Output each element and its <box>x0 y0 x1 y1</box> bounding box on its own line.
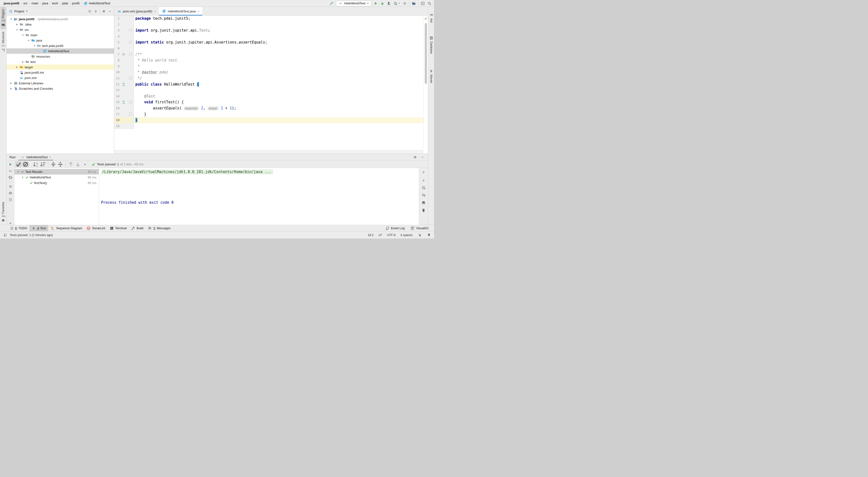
collapse-all-button[interactable] <box>93 9 98 13</box>
code-editor[interactable]: 1 package tech.pdai.junit5; 2 3 import o… <box>114 15 424 150</box>
clear-all-button[interactable] <box>421 208 426 212</box>
console-command-line[interactable]: /Library/Java/JavaVirtualMachines/jdk1.8… <box>101 169 273 174</box>
code-line-6[interactable]: 6 <box>114 45 424 52</box>
toolwindow-button-sequencediagram[interactable]: 1Sequence Diagram <box>48 225 84 231</box>
show-ignored-button[interactable] <box>22 162 29 167</box>
tree-item-resources[interactable]: resources <box>7 54 114 59</box>
code-line-17[interactable]: 17 } <box>114 111 424 117</box>
file-encoding[interactable]: UTF-8 <box>387 233 396 237</box>
breadcrumb-item[interactable]: java-junit5 <box>2 1 21 5</box>
fold-minus-icon[interactable] <box>128 52 133 57</box>
code-line-14[interactable]: 14 @Test <box>114 93 424 99</box>
coverage-button[interactable] <box>387 1 391 6</box>
soft-wrap-button[interactable] <box>421 185 426 190</box>
run-console[interactable]: /Library/Java/JavaVirtualMachines/jdk1.8… <box>99 168 419 225</box>
toolwindow-button-sonarlint[interactable]: SonarLint <box>84 225 107 231</box>
code-line-16[interactable]: 16 assertEquals( expected: 2, actual: 1 … <box>114 105 424 111</box>
tree-toggle-icon[interactable]: ▶ <box>15 66 19 68</box>
collapse-all-button[interactable] <box>57 162 64 167</box>
tree-toggle-icon[interactable]: ▼ <box>15 28 19 31</box>
run-tab[interactable]: HelloWorldTest× <box>18 154 53 161</box>
tree-item-helloworldtest[interactable]: C HelloWorldTest <box>7 48 114 54</box>
code-line-3[interactable]: 3 import org.junit.jupiter.api.Test; <box>114 28 424 34</box>
fold-minus-icon[interactable] <box>128 40 133 45</box>
test-node-helloworldtest[interactable]: ▼HelloWorldTest 65 ms <box>14 175 99 180</box>
toolwindow-button-terminal[interactable]: Terminal <box>107 225 129 231</box>
tree-toggle-icon[interactable]: ▼ <box>9 18 13 21</box>
breadcrumb-item[interactable]: main <box>30 1 39 5</box>
tool-window-switcher-icon[interactable] <box>3 233 7 237</box>
tree-toggle-icon[interactable]: ▶ <box>9 82 13 84</box>
code-line-13[interactable]: 13 <box>114 87 424 93</box>
hide-button[interactable] <box>420 155 425 160</box>
test-node-test-results[interactable]: ▼Test Results 65 ms <box>14 169 99 175</box>
tree-item-target[interactable]: ▶ target <box>7 64 114 70</box>
tree-item--idea[interactable]: ▶ .idea <box>7 22 114 27</box>
caret-position[interactable]: 18:2 <box>368 233 374 237</box>
expand-all-button[interactable] <box>50 162 57 167</box>
toolwindow-button-build[interactable]: Build <box>129 225 146 231</box>
editor-hscrollbar[interactable] <box>114 150 424 154</box>
tree-item-src[interactable]: ▼ src <box>7 27 114 32</box>
sort-by-duration-button[interactable] <box>40 162 46 167</box>
tree-item-tech-pdai-junit5[interactable]: ▼ tech.pdai.junit5 <box>7 43 114 48</box>
statusbar-widget-visualgc[interactable]: VisualGC <box>408 225 431 231</box>
stripe-tab-project[interactable]: 1: Project <box>0 7 6 29</box>
thread-dump-camera-button[interactable] <box>8 191 13 195</box>
gear-button[interactable] <box>413 155 417 160</box>
code-line-2[interactable]: 2 <box>114 22 424 28</box>
close-tab-icon[interactable]: × <box>154 9 156 13</box>
rerun-button[interactable] <box>8 162 13 167</box>
toolwindow-button-messages[interactable]: 0: Messages <box>146 225 173 231</box>
code-line-11[interactable]: 11 */ <box>114 75 424 81</box>
code-line-19[interactable]: 19 <box>114 123 424 129</box>
stop-button[interactable] <box>8 184 13 189</box>
gear-button[interactable] <box>101 9 106 13</box>
scroll-to-end-button[interactable] <box>421 193 426 197</box>
stop-button[interactable] <box>403 1 407 6</box>
code-line-5[interactable]: 5 import static org.junit.jupiter.api.As… <box>114 39 424 45</box>
ide-fatal-errors-icon[interactable] <box>427 233 431 237</box>
next-failed-button[interactable] <box>75 162 81 167</box>
tree-toggle-icon[interactable]: ▼ <box>32 44 37 47</box>
code-line-1[interactable]: 1 package tech.pdai.junit5; <box>114 15 424 22</box>
hide-button[interactable] <box>107 9 112 13</box>
code-line-8[interactable]: 8 * Hello world test. <box>114 57 424 63</box>
code-line-12[interactable]: 12 public class HelloWorldTest { <box>114 81 424 88</box>
run-test-icon[interactable] <box>121 82 126 87</box>
stripe-tab-database[interactable]: Database <box>429 34 434 56</box>
code-line-15[interactable]: 15 void firstTest() { <box>114 99 424 105</box>
stripe-tab-ant[interactable]: Ant <box>429 10 434 25</box>
line-separator[interactable]: LF <box>378 233 382 237</box>
unlock-icon[interactable] <box>417 233 422 237</box>
up-button[interactable] <box>421 170 426 175</box>
print-button[interactable] <box>421 201 426 205</box>
breadcrumb-item[interactable]: tech <box>51 1 59 5</box>
fold-minus-icon[interactable] <box>128 76 133 80</box>
tree-item-java[interactable]: ▼ java <box>7 38 114 43</box>
breadcrumb-item[interactable]: java <box>41 1 50 5</box>
stripe-tab-structure[interactable]: 7: Structure <box>0 29 6 55</box>
toggle-auto-test-button[interactable] <box>8 175 13 180</box>
tree-item-java-junit5-iml[interactable]: java-junit5.iml <box>7 70 114 75</box>
run-configuration-select[interactable]: HelloWorldTest▼ <box>336 0 371 6</box>
fold-minus-icon[interactable] <box>128 28 133 33</box>
toolwindow-button-run[interactable]: 4: Run <box>29 225 49 231</box>
run-test-icon[interactable] <box>121 100 126 105</box>
rerun-failed-button[interactable]: 9 <box>8 169 13 173</box>
run-button[interactable] <box>374 1 378 6</box>
breadcrumb-item[interactable]: CHelloWorldTest <box>82 1 111 6</box>
toolwindow-button-todo[interactable]: 6: TODO <box>7 225 29 231</box>
profiler-button[interactable] <box>393 1 400 6</box>
tree-toggle-icon[interactable]: ▼ <box>27 39 31 42</box>
show-passed-check-button[interactable] <box>16 162 22 167</box>
code-line-4[interactable]: 4 <box>114 34 424 40</box>
tree-toggle-icon[interactable]: ▼ <box>21 34 25 36</box>
code-line-9[interactable]: 9 * <box>114 63 424 70</box>
editor-error-stripe[interactable] <box>423 15 428 154</box>
editor-tab-helloworldtest-java[interactable]: CHelloWorldTest.java× <box>159 7 202 15</box>
debug-button[interactable] <box>380 1 384 6</box>
test-node-firsttest--[interactable]: firstTest() 65 ms <box>14 180 99 186</box>
tree-item-external-libraries[interactable]: ▶ External Libraries <box>7 80 114 86</box>
project-title[interactable]: Project▼ <box>8 9 28 13</box>
